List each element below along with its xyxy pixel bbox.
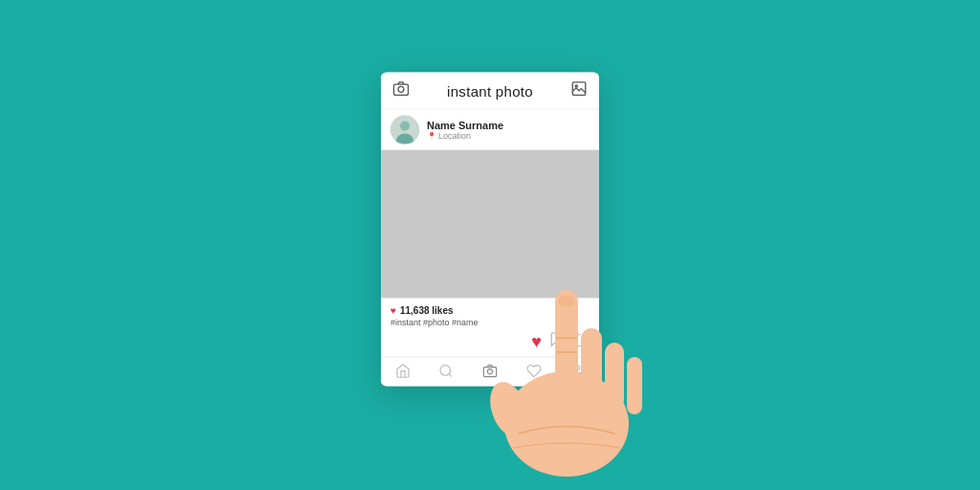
- user-name: Name Surname: [427, 120, 503, 131]
- svg-line-8: [449, 374, 452, 377]
- nav-search-icon[interactable]: [438, 364, 454, 382]
- user-row: Name Surname 📍 Location: [381, 110, 599, 150]
- camera-outline-icon: [392, 80, 410, 101]
- user-location: 📍 Location: [427, 131, 503, 141]
- svg-rect-2: [572, 82, 586, 96]
- avatar: [390, 116, 419, 145]
- svg-rect-16: [605, 343, 624, 410]
- scene: instant photo Name: [0, 0, 980, 490]
- user-info: Name Surname 📍 Location: [427, 120, 503, 141]
- svg-rect-15: [581, 328, 602, 405]
- svg-point-3: [575, 85, 577, 87]
- likes-heart-icon: ♥: [390, 305, 396, 316]
- svg-point-1: [398, 86, 404, 92]
- hand-illustration: [471, 233, 662, 481]
- image-outline-icon: [570, 80, 588, 101]
- svg-point-5: [400, 122, 410, 131]
- app-title: instant photo: [447, 82, 533, 99]
- top-bar: instant photo: [381, 73, 599, 110]
- svg-rect-17: [627, 357, 642, 414]
- svg-point-18: [558, 296, 575, 307]
- svg-point-7: [440, 366, 451, 376]
- likes-count: 11,638 likes: [400, 305, 454, 316]
- nav-home-icon[interactable]: [395, 364, 411, 382]
- location-pin-icon: 📍: [427, 131, 436, 140]
